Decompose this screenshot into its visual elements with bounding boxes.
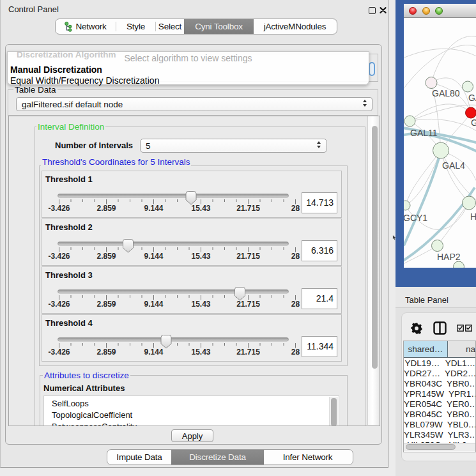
svg-text:2.859: 2.859 [96,348,116,357]
svg-text:-3.426: -3.426 [48,300,70,309]
svg-text:21.715: 21.715 [236,252,260,261]
svg-text:15.43: 15.43 [191,204,210,213]
svg-text:-3.426: -3.426 [48,348,70,357]
svg-text:9.144: 9.144 [144,348,163,357]
svg-text:GAL80: GAL80 [432,88,460,98]
svg-text:G: G [471,117,476,127]
svg-text:9.144: 9.144 [144,300,163,309]
svg-text:-3.426: -3.426 [48,252,70,261]
svg-text:2.859: 2.859 [96,204,116,213]
svg-text:15.43: 15.43 [191,348,210,357]
svg-text:15.43: 15.43 [191,252,210,261]
svg-text:28: 28 [291,204,300,213]
svg-text:9.144: 9.144 [144,252,163,261]
svg-text:GCY1: GCY1 [404,212,427,222]
svg-text:21.715: 21.715 [236,348,260,357]
svg-text:GAL11: GAL11 [410,128,438,138]
svg-text:HAP2: HAP2 [437,251,461,261]
svg-text:15.43: 15.43 [191,300,210,309]
svg-text:9.144: 9.144 [144,204,163,213]
svg-text:H: H [470,211,476,221]
svg-text:-3.426: -3.426 [48,204,70,213]
svg-text:28: 28 [291,300,300,309]
svg-text:21.715: 21.715 [236,300,260,309]
svg-text:28: 28 [291,252,300,261]
svg-text:28: 28 [291,348,300,357]
svg-text:21.715: 21.715 [236,204,260,213]
svg-text:GA: GA [468,92,476,102]
svg-text:2.859: 2.859 [96,252,116,261]
svg-text:GAL4: GAL4 [442,160,465,170]
svg-text:2.859: 2.859 [96,300,116,309]
